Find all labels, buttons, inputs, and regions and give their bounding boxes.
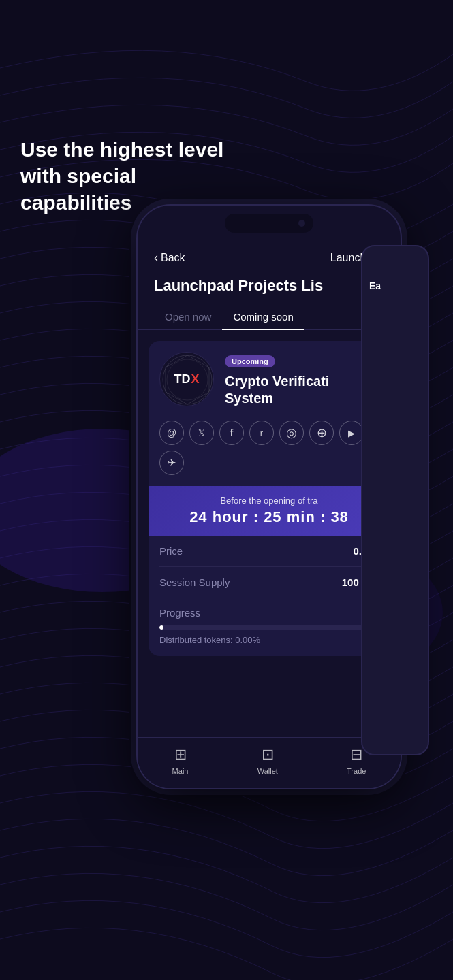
- wallet-nav-item[interactable]: ⊡ Wallet: [257, 746, 278, 775]
- progress-bar-bg: [159, 625, 379, 630]
- upcoming-badge: Upcoming: [225, 355, 275, 368]
- facebook-icon[interactable]: f: [219, 421, 244, 445]
- supply-row: Session Supply 100 000: [159, 567, 379, 598]
- twitter-icon[interactable]: 𝕏: [189, 421, 214, 445]
- youtube-icon[interactable]: ▶: [339, 421, 364, 445]
- timer-value: 24 hour : 25 min : 38: [159, 508, 379, 526]
- card-title-area: Upcoming Crypto Verificati System: [225, 352, 379, 407]
- project-card: TDX Upcoming Crypto Verificati System @ …: [149, 341, 390, 656]
- more-icon[interactable]: ⊕: [309, 421, 334, 445]
- distributed-label: Distributed tokens: 0.00%: [159, 635, 379, 645]
- reddit-icon[interactable]: r: [249, 421, 274, 445]
- progress-section: Progress Distributed tokens: 0.00%: [149, 598, 390, 656]
- timer-section: Before the opening of tra 24 hour : 25 m…: [149, 486, 390, 536]
- main-nav-label: Main: [172, 767, 189, 775]
- trade-nav-label: Trade: [347, 767, 366, 775]
- wallet-nav-icon: ⊡: [262, 746, 274, 764]
- telegram-icon[interactable]: ✈: [159, 451, 184, 475]
- token-logo: TDX: [159, 352, 214, 406]
- camera-dot: [298, 220, 305, 227]
- tab-coming-soon[interactable]: Coming soon: [222, 306, 304, 329]
- phone-notch: [225, 214, 313, 233]
- price-row: Price 0.000: [159, 536, 379, 567]
- back-chevron-icon: ‹: [154, 250, 158, 265]
- phone-mockup: Ea ‹ Back Launchpad Launchpad Projects L…: [136, 204, 422, 817]
- supply-label: Session Supply: [159, 576, 230, 588]
- timer-label: Before the opening of tra: [159, 495, 379, 506]
- price-label: Price: [159, 545, 183, 557]
- social-icons-row: @ 𝕏 f r ◎ ⊕ ▶ ✈: [149, 418, 390, 486]
- progress-title: Progress: [159, 607, 379, 619]
- back-button[interactable]: ‹ Back: [154, 250, 185, 265]
- main-nav-item[interactable]: ⊞ Main: [172, 746, 189, 775]
- card-header: TDX Upcoming Crypto Verificati System: [149, 341, 390, 418]
- instagram-icon[interactable]: ◎: [279, 421, 304, 445]
- details-section: Price 0.000 Session Supply 100 000: [149, 536, 390, 598]
- main-nav-icon: ⊞: [174, 746, 187, 764]
- trade-nav-icon: ⊟: [350, 746, 362, 764]
- second-phone-content: Ea: [362, 246, 428, 298]
- at-icon[interactable]: @: [159, 421, 184, 445]
- token-logo-text: TDX: [174, 372, 199, 387]
- tab-open-now[interactable]: Open now: [154, 306, 222, 329]
- project-name: Crypto Verificati System: [225, 373, 379, 407]
- wallet-nav-label: Wallet: [257, 767, 278, 775]
- second-phone-frame: Ea: [361, 245, 429, 755]
- progress-bar-fill: [159, 625, 163, 630]
